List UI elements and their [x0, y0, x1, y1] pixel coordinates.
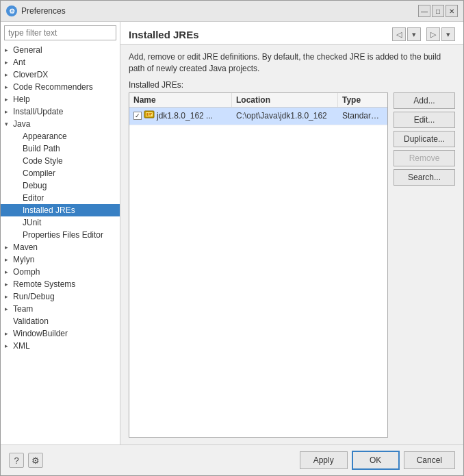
forward-button[interactable]: ▷ — [426, 27, 440, 41]
sidebar-item-label-windowbuilder: WindowBuilder — [13, 329, 68, 338]
sidebar-item-label-ant: Ant — [13, 58, 25, 67]
sidebar-item-xml[interactable]: ▸XML — [1, 340, 120, 352]
sidebar-item-compiler[interactable]: Compiler — [1, 167, 120, 179]
content-area: ▸General▸Ant▸CloverDX▸Code Recommenders▸… — [1, 22, 463, 444]
sidebar-item-remotesystems[interactable]: ▸Remote Systems — [1, 278, 120, 290]
sidebar-item-label-cloverdx: CloverDX — [13, 70, 48, 79]
sidebar-item-label-debug: Debug — [23, 181, 47, 190]
jre-content: Name Location Type ✓jdk1.8.0_162 ...C:\o… — [129, 92, 455, 438]
sidebar-item-buildpath[interactable]: Build Path — [1, 142, 120, 155]
sidebar-item-label-propertiesfileeditor: Properties Files Editor — [23, 230, 103, 240]
title-bar: ⚙ Preferences — □ ✕ — [1, 1, 463, 22]
col-type: Type — [338, 93, 387, 107]
sidebar-item-propertiesfileeditor[interactable]: Properties Files Editor — [1, 229, 120, 241]
panel-toolbar: ◁ ▾ ▷ ▾ — [392, 27, 455, 41]
maximize-button[interactable]: □ — [432, 5, 444, 17]
sidebar-item-validation[interactable]: Validation — [1, 315, 120, 327]
sidebar-item-label-remotesystems: Remote Systems — [13, 279, 75, 289]
window-title: Preferences — [21, 6, 66, 16]
cell-name: ✓jdk1.8.0_162 ... — [129, 108, 232, 125]
sidebar-item-appearance[interactable]: Appearance — [1, 130, 120, 142]
sidebar-item-label-install: Install/Update — [13, 107, 63, 116]
col-location: Location — [232, 93, 338, 107]
sidebar-item-label-help: Help — [13, 95, 30, 104]
sidebar-item-junit[interactable]: JUnit — [1, 216, 120, 229]
sidebar-item-label-oomph: Oomph — [13, 267, 40, 277]
close-button[interactable]: ✕ — [446, 5, 458, 17]
sidebar-item-install[interactable]: ▸Install/Update — [1, 105, 120, 118]
sidebar-item-general[interactable]: ▸General — [1, 44, 120, 56]
table-header: Name Location Type — [129, 93, 387, 108]
sidebar-item-mylyn[interactable]: ▸Mylyn — [1, 253, 120, 266]
toolbar-menu-button[interactable]: ▾ — [407, 27, 421, 41]
sidebar: ▸General▸Ant▸CloverDX▸Code Recommenders▸… — [1, 22, 120, 444]
sidebar-item-label-buildpath: Build Path — [23, 144, 60, 153]
tree: ▸General▸Ant▸CloverDX▸Code Recommenders▸… — [1, 44, 120, 444]
bottom-right: Apply OK Cancel — [300, 451, 455, 470]
svg-rect-4 — [149, 114, 151, 116]
title-bar-left: ⚙ Preferences — [6, 5, 66, 16]
apply-button[interactable]: Apply — [300, 451, 348, 469]
panel-title: Installed JREs — [129, 29, 199, 40]
bottom-left: ? ⚙ — [9, 453, 43, 468]
sidebar-item-coderecommenders[interactable]: ▸Code Recommenders — [1, 81, 120, 93]
jre-action-buttons: Add... Edit... Duplicate... Remove Searc… — [394, 92, 455, 438]
help-icon-button[interactable]: ? — [9, 453, 24, 468]
panel-header: Installed JREs ◁ ▾ ▷ ▾ — [120, 22, 463, 45]
search-button[interactable]: Search... — [394, 169, 455, 186]
sidebar-item-label-team: Team — [13, 304, 33, 314]
remove-button[interactable]: Remove — [394, 150, 455, 166]
sidebar-item-label-rundebug: Run/Debug — [13, 292, 55, 301]
back-button[interactable]: ◁ — [392, 27, 406, 41]
sidebar-item-label-xml: XML — [13, 341, 30, 351]
sidebar-item-debug[interactable]: Debug — [1, 179, 120, 192]
sidebar-item-label-coderecommenders: Code Recommenders — [13, 82, 93, 92]
panel-description: Add, remove or edit JRE definitions. By … — [129, 51, 455, 75]
sidebar-item-editor[interactable]: Editor — [1, 192, 120, 204]
sidebar-item-label-installedjres: Installed JREs — [23, 205, 75, 215]
settings-icon-button[interactable]: ⚙ — [28, 453, 43, 468]
svg-rect-3 — [149, 113, 152, 114]
cancel-button[interactable]: Cancel — [404, 451, 455, 469]
main-panel: Installed JREs ◁ ▾ ▷ ▾ Add, remove or ed… — [120, 22, 463, 444]
sidebar-item-label-java: Java — [13, 119, 30, 129]
sidebar-item-oomph[interactable]: ▸Oomph — [1, 266, 120, 278]
jre-checkbox[interactable]: ✓ — [133, 112, 142, 120]
sidebar-item-codestyle[interactable]: Code Style — [1, 155, 120, 167]
sidebar-item-rundebug[interactable]: ▸Run/Debug — [1, 290, 120, 303]
duplicate-button[interactable]: Duplicate... — [394, 131, 455, 147]
cell-type: Standard VM — [338, 109, 387, 123]
sidebar-item-label-general: General — [13, 45, 42, 55]
sidebar-item-windowbuilder[interactable]: ▸WindowBuilder — [1, 327, 120, 340]
table-row[interactable]: ✓jdk1.8.0_162 ...C:\opt\Java\jdk1.8.0_16… — [129, 108, 387, 125]
toolbar-dropdown-button[interactable]: ▾ — [441, 27, 455, 41]
installed-label: Installed JREs: — [129, 80, 455, 90]
sidebar-item-ant[interactable]: ▸Ant — [1, 56, 120, 68]
filter-input[interactable] — [4, 25, 116, 40]
sidebar-item-java[interactable]: ▾Java — [1, 118, 120, 130]
sidebar-item-label-appearance: Appearance — [23, 131, 67, 141]
sidebar-item-label-editor: Editor — [23, 193, 44, 203]
app-icon: ⚙ — [6, 5, 17, 16]
cell-location: C:\opt\Java\jdk1.8.0_162 — [232, 109, 338, 123]
minimize-button[interactable]: — — [418, 5, 430, 17]
sidebar-item-cloverdx[interactable]: ▸CloverDX — [1, 68, 120, 81]
bottom-bar: ? ⚙ Apply OK Cancel — [1, 444, 463, 475]
svg-rect-2 — [146, 113, 149, 116]
title-controls: — □ ✕ — [418, 5, 458, 17]
sidebar-item-help[interactable]: ▸Help — [1, 93, 120, 105]
sidebar-item-maven[interactable]: ▸Maven — [1, 241, 120, 253]
jre-table: Name Location Type ✓jdk1.8.0_162 ...C:\o… — [129, 92, 388, 438]
ok-button[interactable]: OK — [352, 451, 400, 470]
jre-icon — [144, 110, 155, 123]
panel-body: Add, remove or edit JRE definitions. By … — [120, 45, 463, 444]
sidebar-item-installedjres[interactable]: Installed JREs — [1, 204, 120, 216]
add-button[interactable]: Add... — [394, 92, 455, 109]
sidebar-item-label-junit: JUnit — [23, 218, 41, 227]
sidebar-item-label-compiler: Compiler — [23, 168, 55, 178]
edit-button[interactable]: Edit... — [394, 112, 455, 128]
sidebar-item-team[interactable]: ▸Team — [1, 303, 120, 315]
sidebar-item-label-validation: Validation — [13, 316, 49, 326]
sidebar-item-label-maven: Maven — [13, 242, 38, 252]
preferences-window: ⚙ Preferences — □ ✕ ▸General▸Ant▸CloverD… — [0, 0, 464, 476]
